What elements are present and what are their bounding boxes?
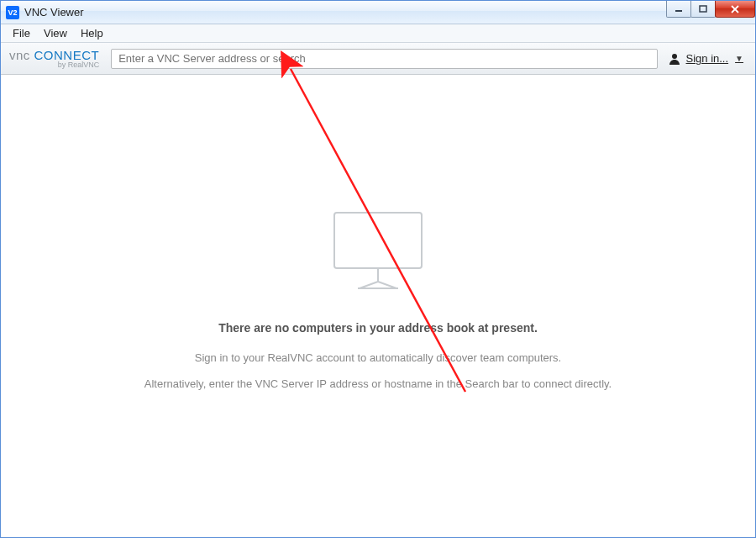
menu-view[interactable]: View: [37, 25, 74, 41]
app-icon: V2: [6, 6, 19, 19]
menu-help[interactable]: Help: [74, 25, 110, 41]
logo-text-connect: CONNECT: [30, 48, 99, 62]
sign-in-button[interactable]: Sign in... ▼: [664, 52, 748, 66]
minimize-button[interactable]: [666, 1, 691, 18]
window-title: VNC Viewer: [24, 6, 84, 18]
window-controls: [667, 1, 755, 18]
chevron-down-icon: ▼: [735, 54, 743, 63]
close-button[interactable]: [715, 1, 755, 18]
empty-state-heading: There are no computers in your address b…: [218, 321, 538, 335]
vnc-connect-logo: vnc CONNECT by RealVNC: [9, 49, 99, 69]
empty-state-line-2: Alternatively, enter the VNC Server IP a…: [144, 377, 612, 390]
content-area: There are no computers in your address b…: [1, 75, 755, 537]
menubar: File View Help: [1, 24, 755, 43]
sign-in-label: Sign in...: [686, 52, 729, 65]
maximize-button[interactable]: [690, 1, 716, 18]
svg-line-9: [378, 282, 396, 288]
empty-state-line-1: Sign in to your RealVNC account to autom…: [195, 351, 561, 364]
logo-subtext: by RealVNC: [9, 61, 99, 69]
titlebar[interactable]: V2 VNC Viewer: [1, 1, 755, 24]
person-icon: [668, 52, 681, 66]
svg-rect-1: [700, 6, 706, 12]
menu-file[interactable]: File: [6, 25, 37, 41]
svg-rect-5: [334, 213, 422, 268]
logo-text-vnc: vnc: [9, 48, 30, 62]
svg-point-4: [672, 54, 677, 59]
toolbar: vnc CONNECT by RealVNC Sign in... ▼: [1, 43, 755, 75]
address-search-input[interactable]: [111, 49, 657, 69]
monitor-icon: [328, 209, 428, 296]
app-window: V2 VNC Viewer File View Help vnc CONNECT…: [0, 0, 756, 538]
svg-line-8: [360, 282, 378, 288]
